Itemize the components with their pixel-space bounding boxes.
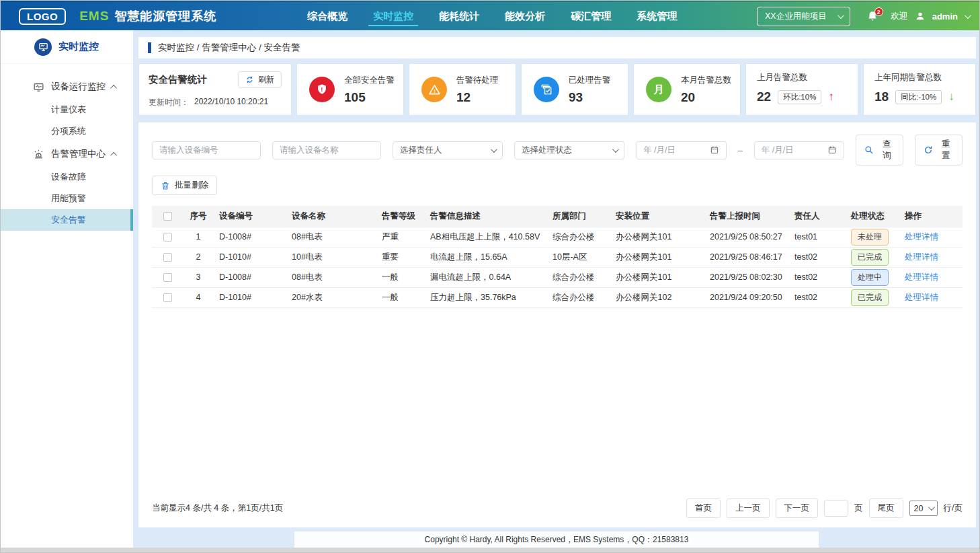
page-suffix-label: 页	[854, 503, 863, 514]
month-glyph: 月	[654, 83, 664, 96]
select-all-checkbox[interactable]	[163, 212, 172, 221]
device-code-input[interactable]: 请输入设备编号	[152, 141, 261, 159]
sidebar-item-security-alarm[interactable]: 安全告警	[0, 209, 133, 231]
nav-overview[interactable]: 综合概览	[297, 2, 358, 30]
reset-button[interactable]: 重置	[915, 135, 963, 165]
page-number-input[interactable]	[824, 500, 848, 517]
status-select-placeholder: 选择处理状态	[522, 145, 572, 156]
nav-efficiency-analysis[interactable]: 能效分析	[495, 2, 555, 30]
trend-badge: 环比:10%	[778, 90, 821, 104]
card-month-alarms: 月 本月告警总数 20	[633, 63, 741, 116]
stats-cards-row: 安全告警统计 刷新 更新时间： 2022/10/10 10:20:21 !	[138, 63, 976, 116]
sidebar-item-metering[interactable]: 计量仪表	[0, 99, 133, 120]
page-size-select[interactable]: 20	[909, 501, 938, 516]
nav-carbon-management[interactable]: 碳汇管理	[561, 2, 621, 30]
refresh-icon	[245, 75, 254, 84]
detail-link[interactable]: 处理详情	[905, 252, 938, 262]
sidebar-menu: 设备运行监控 计量仪表 分项系统 告警管理中心 设备故障 用能预警 安全告警	[0, 64, 133, 231]
col-device-code: 设备编号	[214, 206, 286, 227]
row-checkbox[interactable]	[163, 293, 172, 302]
detail-link[interactable]: 处理详情	[905, 232, 938, 242]
end-date-input[interactable]: 年 /月/日	[754, 141, 844, 159]
cell-index: 3	[183, 267, 214, 287]
realtime-monitor-icon	[34, 38, 52, 56]
project-select[interactable]: XX企业用能项目	[757, 7, 850, 26]
user-menu[interactable]: 欢迎 admin	[891, 10, 969, 22]
refresh-button[interactable]: 刷新	[238, 71, 282, 88]
device-name-input[interactable]: 请输入设备名称	[272, 141, 381, 159]
table-row: 1 D-1008# 08#电表 严重 AB相电压超上上限，410.58V 综合办…	[152, 227, 963, 247]
cell-install-location: 办公楼网关102	[610, 287, 704, 307]
first-page-button[interactable]: 首页	[686, 499, 721, 518]
start-date-input[interactable]: 年 /月/日	[636, 141, 726, 159]
cell-device-name: 10#电表	[286, 247, 376, 267]
chevron-down-icon	[838, 12, 844, 19]
row-checkbox[interactable]	[163, 273, 172, 282]
sidebar-item-device-fault[interactable]: 设备故障	[0, 166, 133, 188]
card-last-month: 上月告警总数 22 环比:10% ↑	[745, 63, 858, 116]
cell-install-location: 办公楼网关101	[610, 267, 704, 287]
cell-index: 2	[183, 247, 214, 267]
cell-owner: test02	[789, 247, 846, 267]
reset-icon	[924, 145, 933, 155]
bulk-delete-button[interactable]: 批量删除	[152, 176, 217, 195]
sidebar-group-device-monitoring[interactable]: 设备运行监控	[0, 75, 133, 99]
calendar-icon	[827, 145, 837, 155]
trend-badge: 同比:-10%	[895, 90, 942, 104]
card-value: 93	[569, 90, 611, 105]
card-value: 20	[681, 90, 731, 105]
trash-icon	[161, 181, 170, 190]
notification-badge: 2	[874, 7, 883, 16]
detail-link[interactable]: 处理详情	[905, 272, 938, 282]
cell-report-time: 2021/9/25 08:50:27	[704, 227, 789, 247]
status-badge: 已完成	[851, 249, 889, 266]
cell-device-name: 08#电表	[286, 267, 376, 287]
card-processed-alarms: 已处理告警 93	[521, 63, 628, 116]
svg-text:!: !	[321, 86, 323, 93]
cell-owner: test01	[789, 227, 846, 247]
alarm-stats-card: 安全告警统计 刷新 更新时间： 2022/10/10 10:20:21	[138, 63, 292, 116]
updated-timestamp: 2022/10/10 10:20:21	[194, 97, 268, 108]
last-page-button[interactable]: 尾页	[869, 499, 903, 518]
brand-ems: EMS	[79, 9, 109, 24]
notification-bell[interactable]: 2	[866, 10, 879, 22]
card-label: 上月告警总数	[757, 72, 847, 83]
pagination-bar: 当前显示4 条/共 4 条，第1页/共1页 首页 上一页 下一页 页 尾页 20…	[152, 499, 963, 518]
col-alarm-level: 告警等级	[376, 206, 425, 227]
status-badge: 未处理	[851, 229, 889, 246]
detail-link[interactable]: 处理详情	[905, 293, 938, 302]
prev-page-button[interactable]: 上一页	[727, 499, 770, 518]
alarm-table-panel: 请输入设备编号 请输入设备名称 选择责任人 选择处理状态 年 /月/日	[138, 122, 976, 527]
copyright-text: Copyright © Hardy, All Rights Reserved，E…	[425, 534, 689, 546]
col-alarm-description: 告警信息描述	[425, 206, 547, 227]
search-button[interactable]: 查询	[856, 135, 903, 165]
sidebar-title: 实时监控	[58, 40, 99, 53]
nav-system-management[interactable]: 系统管理	[626, 2, 687, 30]
filter-bar: 请输入设备编号 请输入设备名称 选择责任人 选择处理状态 年 /月/日	[152, 135, 963, 165]
cell-alarm-description: AB相电压超上上限，410.58V	[425, 227, 547, 247]
sidebar-item-energy-warning[interactable]: 用能预警	[0, 188, 133, 209]
pagination-summary: 当前显示4 条/共 4 条，第1页/共1页	[152, 503, 283, 514]
rows-per-page-label: 行/页	[944, 503, 963, 514]
row-checkbox[interactable]	[163, 233, 172, 242]
card-pending-alarms: ! 告警待处理 12	[409, 63, 516, 116]
col-device-name: 设备名称	[286, 206, 376, 227]
next-page-button[interactable]: 下一页	[776, 499, 819, 518]
table-row: 3 D-1008# 08#电表 一般 漏电流超上限，0.64A 综合办公楼 办公…	[152, 267, 963, 287]
nav-energy-stats[interactable]: 能耗统计	[429, 2, 489, 30]
sidebar-item-subsystem[interactable]: 分项系统	[0, 120, 133, 142]
welcome-label: 欢迎	[891, 10, 908, 22]
sidebar-group-alarm-center[interactable]: 告警管理中心	[0, 142, 133, 166]
status-badge: 处理中	[851, 269, 889, 286]
col-report-time: 告警上报时间	[704, 206, 789, 227]
cell-device-code: D-1008#	[214, 267, 286, 287]
page-size-value: 20	[914, 504, 924, 513]
table-row: 2 D-1010# 10#电表 重要 电流超上限，15.65A 10层-A区 办…	[152, 247, 963, 267]
row-checkbox[interactable]	[163, 253, 172, 262]
project-select-value: XX企业用能项目	[765, 11, 827, 22]
nav-realtime-monitor[interactable]: 实时监控	[363, 2, 423, 30]
owner-select[interactable]: 选择责任人	[393, 141, 503, 159]
card-label: 上年同期告警总数	[874, 72, 965, 83]
chevron-up-icon	[110, 151, 117, 158]
status-select[interactable]: 选择处理状态	[514, 141, 624, 159]
